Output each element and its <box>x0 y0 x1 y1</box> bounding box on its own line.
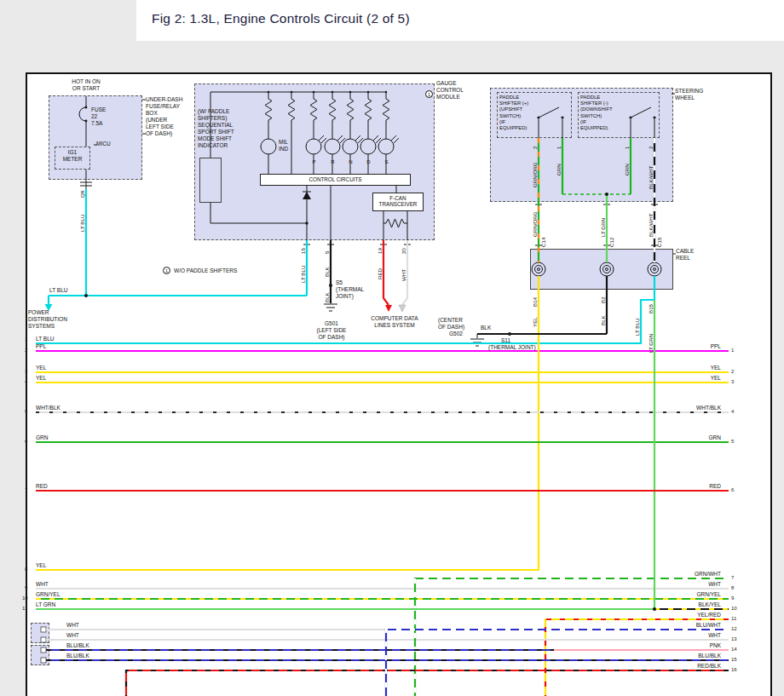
row-num-l9: 9 <box>25 585 27 590</box>
row-num-r12: 12 <box>731 626 737 631</box>
row-num-l4: 4 <box>25 379 27 384</box>
row-num-l10: 10 <box>22 595 28 601</box>
mil-ind-label: MIL IND <box>279 139 288 152</box>
c12-label: C12 <box>608 238 614 247</box>
row-label-l5: WHT/BLK <box>36 405 61 411</box>
fuse-label: FUSE 22 7.5A <box>91 106 106 127</box>
g502-label: G502 <box>449 331 463 337</box>
row-num-r13: 13 <box>731 636 737 641</box>
can-wht-arrow <box>399 305 406 312</box>
grn-label-1: GRN <box>556 164 562 175</box>
row-label-l1: LT BLU <box>36 336 54 342</box>
bl-wht2-label: WHT <box>66 632 79 639</box>
row-label-l9: WHT <box>36 581 49 588</box>
row-num-l7: 7 <box>25 487 27 492</box>
row-label-l10: GRN/YEL <box>36 591 61 598</box>
row-label-r16: RED/BLK <box>670 663 721 670</box>
s11-joint-label: (THERMAL JOINT) <box>488 344 536 351</box>
micu-label: MICU <box>96 141 111 147</box>
s11-label: S11 <box>501 337 510 344</box>
wire-red <box>36 240 729 696</box>
can-red-arrow <box>385 305 392 312</box>
pin15-label: 15 <box>300 248 306 254</box>
row-label-r13: WHT <box>670 632 721 639</box>
blk-wht-label: BLK/WHT <box>648 165 654 189</box>
lt-blu-feed-label: LT BLU <box>49 287 67 294</box>
row-num-r11: 11 <box>731 616 736 621</box>
wire20-label: WHT <box>401 269 406 281</box>
row-label-l11: LT GRN <box>36 601 55 608</box>
computer-data-lines-label: COMPUTER DATA LINES SYSTEM <box>361 315 428 329</box>
row-label-r10: BLK/YEL <box>670 601 721 608</box>
row-label-r9: GRN/YEL <box>670 591 721 598</box>
row-num-r5: 5 <box>731 439 734 444</box>
lt-grn-below-label: LT GRN <box>600 218 606 237</box>
row-num-r3: 3 <box>731 379 734 384</box>
wire-lt-grn <box>36 194 654 609</box>
row-num-r8: 8 <box>731 585 734 590</box>
g502-loc-label: (CENTER OF DASH) <box>438 317 464 331</box>
c14-label: C14 <box>540 238 546 247</box>
b2-label: B2 <box>600 296 606 303</box>
row-num-r16: 16 <box>731 667 737 672</box>
b14-label: B14 <box>532 297 538 307</box>
pin19-label: 19 <box>377 248 383 254</box>
wire15-label: LT BLU <box>300 266 306 283</box>
stripe-red-blk <box>126 670 729 696</box>
row-num-l6: 6 <box>25 439 27 444</box>
diode-symbol <box>303 192 311 199</box>
underdash-label: UNDER-DASH FUSE/RELAY BOX (UNDER LEFT SI… <box>146 96 182 137</box>
bl-blublk1-label: BLU/BLK <box>66 642 89 649</box>
row-label-r2: YEL <box>670 365 721 371</box>
row-num-r9: 9 <box>731 595 734 601</box>
steering-wheel-label: STEERING WHEEL <box>675 88 703 101</box>
paddle-up-label: PADDLE SHIFTER (+) (UPSHIFT SWITCH) (IF … <box>499 95 528 131</box>
wire-runs <box>36 138 729 696</box>
row-num-r15: 15 <box>731 657 737 662</box>
row-label-r8: WHT <box>670 581 721 588</box>
grn-org-label: GRN/ORG <box>532 162 538 187</box>
wire19-label: RED <box>377 268 383 279</box>
row-num-l5: 5 <box>25 409 27 414</box>
gear-s-label: S <box>383 159 390 164</box>
b15-label: B15 <box>648 304 654 313</box>
control-circuits-label: CONTROL CIRCUITS <box>308 177 361 183</box>
row-num-r10: 10 <box>731 606 737 611</box>
q8-pin-label: Q8 <box>79 191 85 198</box>
row-label-r15: BLU/BLK <box>670 653 721 659</box>
grn-org-below-label: GRN/ORG <box>532 211 538 237</box>
row-label-r11: YEL/RED <box>670 612 721 618</box>
paddle-down-label: PADDLE SHIFTER (-) (DOWNSHIFT SWITCH) (I… <box>580 95 613 131</box>
row-label-l4: YEL <box>36 375 46 382</box>
row-num-r2: 2 <box>731 369 734 374</box>
paddle-dn-pin1-label: 1 <box>624 147 630 149</box>
gear-n-label: N <box>347 159 355 164</box>
gauge-module-label: GAUGE CONTROL MODULE <box>436 80 464 101</box>
row-label-l6: GRN <box>36 434 48 441</box>
s5-label: S5 (THERMAL JOINT) <box>336 279 364 300</box>
row-label-l3: YEL <box>36 365 46 371</box>
note1-marker: 1 <box>163 267 170 274</box>
row-label-r4: WHT/BLK <box>670 405 721 411</box>
grn-label-2: GRN <box>624 164 630 175</box>
row-num-r6: 6 <box>731 487 734 492</box>
row-num-l3: 3 <box>25 369 27 374</box>
paddle-up-pin2-label: 2 <box>532 147 538 149</box>
row-label-r1: PPL <box>670 343 721 350</box>
g501-label: G501 (LEFT SIDE OF DASH) <box>308 320 355 341</box>
row-num-l8: 8 <box>25 567 27 572</box>
wire-yel <box>36 276 729 696</box>
reel-ltgrn-label: LT GRN <box>648 334 654 353</box>
gear-d-label: D <box>365 159 372 164</box>
g502-blk-label: BLK <box>481 325 491 331</box>
row-label-r12: BLU/WHT <box>670 622 721 629</box>
row-label-r14: PNK <box>670 642 721 649</box>
row-label-r7: GRN/WHT <box>670 571 721 578</box>
reel-yel-label: YEL <box>532 317 538 327</box>
row-num-r14: 14 <box>731 647 737 652</box>
row-label-r6: RED <box>670 483 721 490</box>
wire-wht <box>36 240 729 640</box>
row-num-l11: 11 <box>22 606 27 611</box>
reel-ltblu-label: LT BLU <box>634 319 640 336</box>
cable-reel-label: CABLE REEL <box>676 248 694 262</box>
